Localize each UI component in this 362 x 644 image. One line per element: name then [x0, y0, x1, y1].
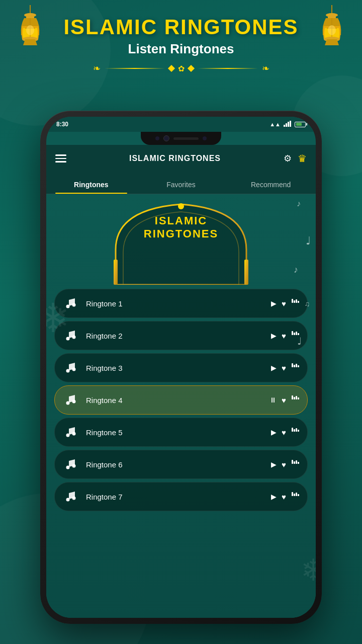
tab-favorites[interactable]: Favorites [136, 181, 226, 194]
ringtone-name-2: Ringtone 2 [86, 332, 265, 340]
phone-outer-shell: 8:30 ▲▲ [40, 111, 322, 624]
svg-rect-49 [294, 429, 295, 432]
svg-rect-14 [284, 125, 285, 127]
leaf-left-icon: ❧ [93, 63, 101, 74]
play-button-5[interactable]: ▶ [271, 428, 277, 436]
svg-rect-39 [298, 365, 299, 367]
music-icon-6 [62, 455, 80, 473]
svg-rect-32 [296, 332, 297, 335]
music-icon-5 [62, 423, 80, 441]
svg-rect-50 [296, 428, 297, 432]
svg-rect-21 [244, 260, 248, 285]
wifi-icon: ▲▲ [269, 121, 281, 127]
svg-point-47 [72, 432, 76, 436]
ringtone-item-4[interactable]: Ringtone 4 ⏸ ♥ [54, 385, 308, 415]
download-button-4[interactable] [291, 395, 300, 405]
play-button-1[interactable]: ▶ [271, 299, 277, 307]
phone-mockup: 8:30 ▲▲ [40, 111, 322, 624]
ringtone-controls-7: ▶ ♥ [271, 492, 300, 502]
svg-rect-60 [292, 492, 293, 496]
music-icon-7 [62, 488, 80, 506]
svg-rect-37 [294, 365, 295, 367]
main-subtitle: Listen Ringtones [0, 41, 362, 57]
svg-point-58 [66, 498, 70, 502]
svg-point-23 [72, 303, 76, 307]
premium-button[interactable]: ♛ [298, 152, 307, 165]
header-actions: ⚙ ♛ [284, 152, 307, 165]
favorite-button-4[interactable]: ♥ [282, 396, 286, 405]
favorite-button-2[interactable]: ♥ [282, 332, 286, 340]
ringtone-item-2[interactable]: Ringtone 2 ▶ ♥ [54, 321, 308, 350]
ringtone-controls-2: ▶ ♥ [271, 331, 300, 341]
svg-rect-38 [296, 364, 297, 367]
phone-notch [141, 132, 221, 145]
download-button-6[interactable] [291, 460, 300, 469]
music-icon-4 [62, 391, 80, 409]
svg-rect-42 [292, 395, 293, 399]
svg-rect-20 [114, 260, 118, 285]
download-button-2[interactable] [291, 331, 300, 341]
svg-rect-55 [294, 461, 295, 464]
svg-point-22 [66, 305, 70, 308]
ringtone-name-6: Ringtone 6 [86, 460, 265, 469]
favorite-button-6[interactable]: ♥ [282, 460, 286, 469]
play-button-3[interactable]: ▶ [271, 364, 277, 372]
app-header-title: ISLAMIC RINGTONES [129, 154, 221, 163]
signal-icon [284, 121, 292, 128]
music-icon-2 [62, 327, 80, 345]
favorite-button-5[interactable]: ♥ [282, 428, 286, 437]
battery-indicator [295, 122, 306, 127]
svg-rect-15 [286, 123, 287, 127]
play-button-2[interactable]: ▶ [271, 332, 277, 340]
svg-rect-45 [298, 397, 299, 399]
notch-sensor2 [203, 136, 207, 140]
favorite-button-3[interactable]: ♥ [282, 364, 286, 372]
svg-rect-56 [296, 460, 297, 464]
svg-rect-63 [298, 494, 299, 496]
play-button-7[interactable]: ▶ [271, 493, 277, 501]
ringtone-item-7[interactable]: Ringtone 7 ▶ ♥ [54, 482, 308, 511]
ringtone-item-3[interactable]: Ringtone 3 ▶ ♥ [54, 353, 308, 382]
favorite-button-1[interactable]: ♥ [282, 299, 286, 308]
svg-point-40 [66, 401, 70, 405]
ringtone-controls-1: ▶ ♥ [271, 299, 300, 308]
download-button-3[interactable] [291, 363, 300, 373]
download-button-5[interactable] [291, 428, 300, 437]
play-button-6[interactable]: ▶ [271, 460, 277, 468]
download-button-7[interactable] [291, 492, 300, 502]
mosque-arch-section: ISLAMIC RINGTONES [46, 194, 316, 285]
main-title: ISLAMIC RINGTONES [0, 15, 362, 39]
svg-rect-30 [292, 331, 293, 335]
ringtone-item-5[interactable]: Ringtone 5 ▶ ♥ [54, 418, 308, 447]
svg-rect-51 [298, 430, 299, 432]
svg-point-53 [72, 464, 76, 468]
ringtone-controls-4: ⏸ ♥ [269, 395, 300, 405]
arch-title-line1: ISLAMIC [121, 214, 241, 227]
tab-ringtones[interactable]: Ringtones [46, 181, 136, 194]
svg-point-46 [66, 434, 70, 437]
status-icons: ▲▲ [269, 121, 306, 128]
ringtone-controls-3: ▶ ♥ [271, 363, 300, 373]
menu-button[interactable] [55, 154, 66, 163]
ringtone-item-1[interactable]: Ringtone 1 ▶ ♥ [54, 289, 308, 318]
ringtone-controls-6: ▶ ♥ [271, 460, 300, 469]
ringtone-name-1: Ringtone 1 [86, 299, 265, 308]
svg-rect-62 [296, 493, 297, 496]
pause-button-4[interactable]: ⏸ [269, 396, 277, 404]
status-bar: 8:30 ▲▲ [46, 117, 316, 132]
svg-rect-48 [292, 428, 293, 432]
svg-point-41 [72, 400, 76, 404]
svg-rect-61 [294, 494, 295, 496]
svg-rect-24 [292, 299, 293, 303]
download-button-1[interactable] [291, 299, 300, 308]
music-icon-3 [62, 359, 80, 377]
settings-button[interactable]: ⚙ [284, 153, 292, 164]
svg-rect-43 [294, 397, 295, 399]
ringtone-name-4: Ringtone 4 [86, 396, 263, 405]
ringtone-item-6[interactable]: Ringtone 6 ▶ ♥ [54, 450, 308, 479]
favorite-button-7[interactable]: ♥ [282, 493, 286, 501]
notch-speaker [173, 137, 199, 140]
tab-recommend[interactable]: Recommend [226, 181, 316, 194]
arch-title-line2: RINGTONES [121, 227, 241, 240]
ringtone-controls-5: ▶ ♥ [271, 428, 300, 437]
